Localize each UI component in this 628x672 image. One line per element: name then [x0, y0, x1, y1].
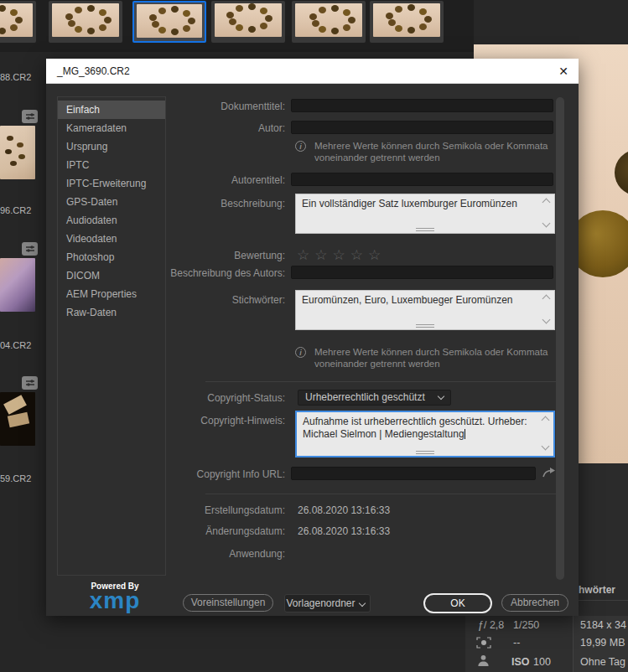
- sidebar-item-iptc[interactable]: IPTC: [58, 156, 165, 174]
- ok-button[interactable]: OK: [423, 593, 492, 613]
- scroll-up-icon[interactable]: [542, 199, 551, 207]
- bridge-window: 88.CR2 96.CR2 04.CR2 59.CR2 hwörter ƒ/ 2…: [0, 0, 628, 672]
- iso-value: 100: [533, 656, 551, 668]
- filmstrip-thumbnail-selected[interactable]: [132, 1, 206, 43]
- xmp-logo-text: xmp: [73, 591, 157, 611]
- autor-input[interactable]: [291, 121, 553, 134]
- dokumenttitel-input[interactable]: [291, 99, 553, 112]
- copyright-status-dropdown[interactable]: Urheberrechtlich geschützt: [298, 390, 451, 406]
- dialog-scrollbar[interactable]: [556, 97, 564, 580]
- sidebar-item-ursprung[interactable]: Ursprung: [58, 137, 165, 156]
- vorlagenordner-label: Vorlagenordner: [286, 597, 355, 609]
- section-divider: [205, 381, 558, 382]
- multi-value-note: i Mehrere Werte können durch Semikola od…: [295, 346, 563, 370]
- voreinstellungen-button[interactable]: Voreinstellungen: [183, 594, 273, 612]
- label-copyright-info-url: Copyright Info URL:: [96, 468, 285, 480]
- stichwoerter-text: Euromünzen, Euro, Luxembueger Euromünzen: [302, 294, 512, 306]
- stichwoerter-textarea[interactable]: Euromünzen, Euro, Luxembueger Euromünzen: [295, 290, 555, 330]
- copyright-status-value: Urheberrechtlich geschützt: [305, 391, 425, 403]
- vorlagenordner-dropdown[interactable]: Vorlagenordner: [284, 594, 371, 613]
- label-stichwoerter: Stichwörter:: [96, 294, 285, 306]
- file-info-dialog: _MG_3690.CR2 ✕ Einfach Kameradaten Urspr…: [46, 59, 579, 616]
- label-bewertung: Bewertung:: [96, 250, 285, 261]
- filmstrip-thumbnail[interactable]: [292, 1, 366, 43]
- flash-value: --: [513, 637, 520, 649]
- scroll-down-icon[interactable]: [542, 442, 550, 451]
- rating-star-3[interactable]: ☆: [333, 248, 345, 262]
- text-cursor: [465, 429, 466, 439]
- sidebar-item-videodaten[interactable]: Videodaten: [58, 230, 165, 248]
- coin-photo-thumbnail: [0, 3, 33, 37]
- filmstrip-thumbnail[interactable]: [211, 1, 285, 43]
- metadata-placard: ƒ/ 2,8 1/250 -- ISO 100 5184 x 34 19,99 …: [465, 616, 628, 672]
- rating-star-2[interactable]: ☆: [314, 248, 327, 262]
- metering-icon: [476, 637, 491, 652]
- coin-ring-graphic: [226, 12, 234, 18]
- rating-star-5[interactable]: ☆: [368, 248, 381, 262]
- dark-coin-graphic: [615, 150, 628, 195]
- label-beschreibung-des-autors: Beschreibung des Autors:: [96, 267, 285, 279]
- iso-person-icon: [477, 654, 490, 670]
- adjustments-badge-icon: [22, 376, 38, 390]
- coin-photo-thumbnail: [373, 3, 440, 37]
- autorentitel-input[interactable]: [291, 173, 553, 186]
- scroll-down-icon[interactable]: [542, 220, 551, 228]
- info-note-text: Mehrere Werte können durch Semikola oder…: [314, 140, 563, 163]
- tags-value: Ohne Tag: [580, 656, 625, 668]
- filmstrip-thumbnail[interactable]: [49, 1, 122, 43]
- close-icon[interactable]: ✕: [555, 63, 572, 80]
- file-name-label: 04.CR2: [0, 340, 39, 350]
- iso-label: ISO: [511, 656, 530, 668]
- rating-stars: ☆ ☆ ☆ ☆ ☆: [297, 248, 381, 262]
- scroll-up-icon[interactable]: [542, 295, 551, 303]
- rating-star-4[interactable]: ☆: [350, 248, 363, 262]
- coin-ring-graphic: [149, 14, 157, 21]
- coin-ring-graphic: [65, 13, 73, 20]
- coin-ring-graphic: [309, 13, 317, 20]
- filesize-value: 19,99 MB: [580, 637, 625, 649]
- coin-spots-graphic: [7, 136, 13, 141]
- card-graphic: [3, 395, 27, 415]
- thumbnail-dark-cards[interactable]: [0, 392, 35, 446]
- label-beschreibung: Beschreibung:: [96, 198, 285, 209]
- thumbnail-coins[interactable]: [0, 126, 35, 179]
- resize-grip[interactable]: [416, 324, 434, 328]
- label-anwendung: Anwendung:: [96, 548, 285, 560]
- copyright-hinweis-textarea[interactable]: Aufnahme ist urheberrechtlich geschützt.…: [295, 411, 555, 457]
- filmstrip-thumbnail[interactable]: [370, 1, 444, 43]
- beschreibung-text: Ein vollständiger Satz luxemburger Eurom…: [302, 198, 517, 209]
- label-copyright-status: Copyright-Status:: [96, 392, 285, 404]
- beschreibung-textarea[interactable]: Ein vollständiger Satz luxemburger Eurom…: [295, 194, 555, 234]
- coin-photo-thumbnail: [137, 4, 202, 38]
- rating-star-1[interactable]: ☆: [297, 248, 309, 262]
- beschreibung-des-autors-input[interactable]: [291, 266, 553, 279]
- coin-photo-thumbnail: [215, 3, 282, 37]
- shutter-value: 1/250: [513, 619, 539, 631]
- thumbnail-banknotes[interactable]: [0, 258, 35, 312]
- filmstrip-thumbnail[interactable]: [0, 1, 36, 43]
- label-copyright-hinweis: Copyright-Hinweis:: [96, 415, 285, 426]
- multi-value-note: i Mehrere Werte können durch Semikola od…: [295, 140, 563, 163]
- resize-grip[interactable]: [416, 228, 434, 231]
- section-divider: [205, 494, 558, 494]
- coin-photo-thumbnail: [295, 3, 362, 37]
- top-filmstrip: [0, 0, 474, 52]
- dialog-titlebar: _MG_3690.CR2 ✕: [46, 59, 579, 84]
- dialog-title: _MG_3690.CR2: [57, 65, 130, 77]
- adjustments-badge-icon: [22, 110, 38, 123]
- open-url-arrow-icon[interactable]: [542, 467, 557, 478]
- scroll-down-icon[interactable]: [542, 316, 551, 324]
- copyright-info-url-input[interactable]: [291, 467, 536, 480]
- left-filmstrip-column: 88.CR2 96.CR2 04.CR2 59.CR2: [0, 52, 40, 672]
- scroll-up-icon[interactable]: [542, 416, 550, 425]
- abbrechen-button[interactable]: Abbrechen: [501, 594, 568, 612]
- sidebar-item-audiodaten[interactable]: Audiodaten: [58, 211, 165, 230]
- info-icon: i: [295, 347, 306, 358]
- sidebar-item-raw-daten[interactable]: Raw-Daten: [58, 303, 165, 322]
- xmp-logo: Powered By xmp: [73, 582, 157, 611]
- file-name-label: 59.CR2: [0, 473, 39, 483]
- resize-grip[interactable]: [416, 451, 434, 454]
- dimensions-value: 5184 x 34: [580, 619, 626, 631]
- aenderungsdatum-value: 26.08.2020 13:16:33: [298, 525, 390, 537]
- info-icon: i: [295, 141, 306, 152]
